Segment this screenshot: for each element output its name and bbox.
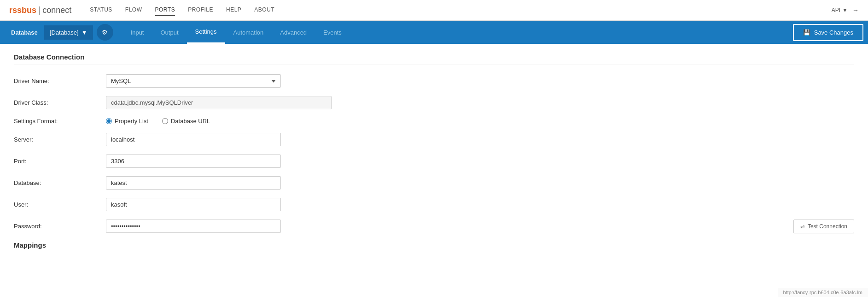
driver-class-row: Driver Class: xyxy=(14,96,854,109)
main-content: Database Connection Driver Name: MySQL P… xyxy=(0,44,868,258)
port-label: Port: xyxy=(14,158,106,165)
database-type-button[interactable]: [Database] ▼ xyxy=(44,25,93,40)
database-row: Database: xyxy=(14,176,854,190)
tab-output[interactable]: Output xyxy=(152,21,186,44)
database-input[interactable] xyxy=(106,176,281,190)
driver-name-select[interactable]: MySQL PostgreSQL Oracle SQL Server SQLit… xyxy=(106,74,281,88)
nav-links: STATUS FLOW PORTS PROFILE HELP ABOUT xyxy=(90,5,274,16)
database-label-button[interactable]: Database xyxy=(5,25,44,40)
api-button[interactable]: API ▼ xyxy=(832,7,848,13)
radio-property-list[interactable]: Property List xyxy=(106,118,148,125)
database-type-label: [Database] xyxy=(50,29,79,36)
nav-right: API ▼ → xyxy=(832,6,859,14)
password-label: Password: xyxy=(14,223,106,230)
nav-ports[interactable]: PORTS xyxy=(155,5,175,16)
database-field-label: Database: xyxy=(14,179,106,186)
nav-help[interactable]: HELP xyxy=(226,5,241,16)
gear-icon: ⚙ xyxy=(102,29,108,36)
logo-connect: connect xyxy=(42,6,71,15)
save-changes-button[interactable]: 💾 Save Changes xyxy=(793,24,863,41)
logo: rssbus | connect xyxy=(9,5,71,16)
logo-separator: | xyxy=(38,5,41,16)
logo-rssbus: rssbus xyxy=(9,6,36,15)
user-label: User: xyxy=(14,201,106,208)
tab-events[interactable]: Events xyxy=(315,21,350,44)
tab-input[interactable]: Input xyxy=(122,21,152,44)
driver-name-label: Driver Name: xyxy=(14,77,106,84)
tab-advanced[interactable]: Advanced xyxy=(272,21,315,44)
mappings-title: Mappings xyxy=(14,241,854,249)
settings-format-label: Settings Format: xyxy=(14,118,106,125)
server-row: Server: xyxy=(14,133,854,146)
nav-profile[interactable]: PROFILE xyxy=(188,5,213,16)
nav-status[interactable]: STATUS xyxy=(90,5,112,16)
driver-class-input[interactable] xyxy=(106,96,332,109)
chevron-down-icon: ▼ xyxy=(842,7,848,13)
radio-property-list-input[interactable] xyxy=(106,118,112,124)
nav-flow[interactable]: FLOW xyxy=(125,5,142,16)
settings-format-radio-group: Property List Database URL xyxy=(106,118,210,125)
port-row: Port: xyxy=(14,154,854,168)
server-input[interactable] xyxy=(106,133,281,146)
radio-database-url-input[interactable] xyxy=(162,118,168,124)
save-label: Save Changes xyxy=(814,29,853,36)
radio-database-url-label: Database URL xyxy=(171,118,210,125)
radio-database-url[interactable]: Database URL xyxy=(162,118,210,125)
test-connection-button[interactable]: ⇌ Test Connection xyxy=(793,220,854,233)
password-input[interactable] xyxy=(106,220,281,233)
user-row: User: xyxy=(14,198,854,211)
driver-class-label: Driver Class: xyxy=(14,99,106,106)
radio-property-list-label: Property List xyxy=(115,118,148,125)
server-label: Server: xyxy=(14,136,106,143)
test-conn-label: Test Connection xyxy=(808,223,847,230)
top-nav: rssbus | connect STATUS FLOW PORTS PROFI… xyxy=(0,0,868,21)
chevron-down-icon: ▼ xyxy=(82,29,87,36)
toolbar: Database [Database] ▼ ⚙ Input Output Set… xyxy=(0,21,868,44)
section-title: Database Connection xyxy=(14,53,854,65)
save-icon: 💾 xyxy=(803,29,810,36)
nav-about[interactable]: ABOUT xyxy=(254,5,274,16)
test-conn-icon: ⇌ xyxy=(800,223,805,230)
port-input[interactable] xyxy=(106,154,281,168)
password-row: Password: ⇌ Test Connection xyxy=(14,220,854,233)
tab-bar: Input Output Settings Automation Advance… xyxy=(122,21,350,44)
tab-settings[interactable]: Settings xyxy=(187,21,225,44)
tab-automation[interactable]: Automation xyxy=(225,21,272,44)
gear-button[interactable]: ⚙ xyxy=(97,24,113,41)
settings-format-row: Settings Format: Property List Database … xyxy=(14,118,854,125)
driver-name-row: Driver Name: MySQL PostgreSQL Oracle SQL… xyxy=(14,74,854,88)
user-input[interactable] xyxy=(106,198,281,211)
password-row-inner: ⇌ Test Connection xyxy=(106,220,854,233)
nav-arrow-icon[interactable]: → xyxy=(852,6,859,14)
